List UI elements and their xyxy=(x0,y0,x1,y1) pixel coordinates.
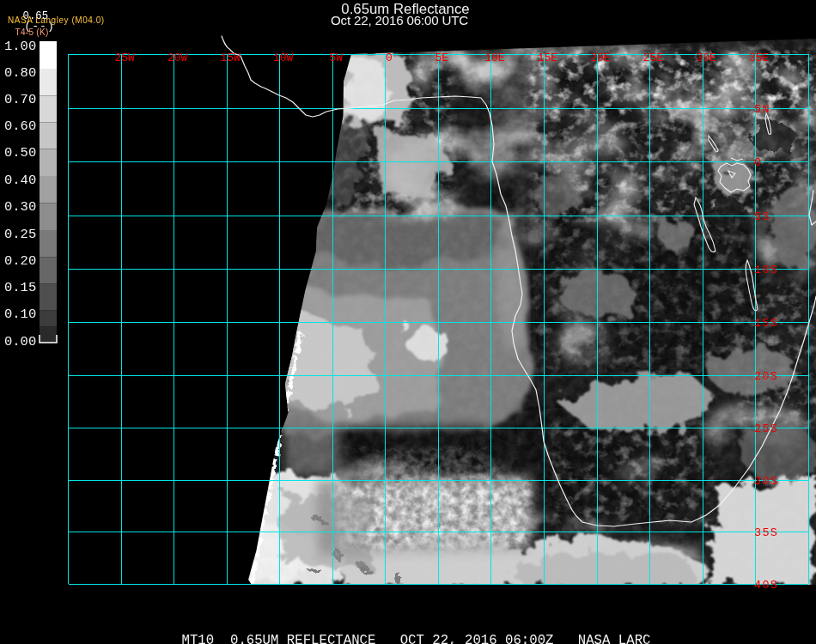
svg-text:40S: 40S xyxy=(754,579,778,592)
svg-text:T4-5 (K): T4-5 (K) xyxy=(15,27,49,37)
svg-text:10E: 10E xyxy=(484,52,505,64)
svg-text:25S: 25S xyxy=(754,422,778,435)
svg-text:1.00: 1.00 xyxy=(4,39,36,54)
svg-text:0.30: 0.30 xyxy=(4,199,36,215)
svg-text:0: 0 xyxy=(754,156,762,169)
svg-text:0.25: 0.25 xyxy=(4,227,36,242)
svg-text:0.80: 0.80 xyxy=(4,65,36,81)
svg-text:10S: 10S xyxy=(754,264,778,276)
svg-text:10W: 10W xyxy=(273,52,294,64)
svg-text:5N: 5N xyxy=(754,103,770,116)
svg-text:15S: 15S xyxy=(754,317,778,330)
svg-text:20E: 20E xyxy=(590,52,611,64)
svg-text:5S: 5S xyxy=(754,210,770,223)
svg-text:0.70: 0.70 xyxy=(4,92,36,107)
svg-text:Oct 22, 2016 06:00 UTC: Oct 22, 2016 06:00 UTC xyxy=(331,13,468,27)
svg-text:30S: 30S xyxy=(754,475,778,488)
svg-text:20W: 20W xyxy=(167,52,188,64)
svg-text:0: 0 xyxy=(386,52,393,64)
svg-text:25W: 25W xyxy=(114,52,135,64)
svg-text:0.10: 0.10 xyxy=(4,307,36,322)
svg-text:20S: 20S xyxy=(754,370,778,383)
svg-text:15E: 15E xyxy=(538,52,558,64)
svg-text:0.20: 0.20 xyxy=(4,253,36,269)
svg-text:5E: 5E xyxy=(435,52,448,64)
svg-text:0.50: 0.50 xyxy=(4,145,36,161)
svg-text:35S: 35S xyxy=(754,526,778,539)
svg-text:15W: 15W xyxy=(220,52,241,64)
svg-text:0.60: 0.60 xyxy=(4,118,36,134)
svg-text:0.15: 0.15 xyxy=(4,280,36,295)
svg-text:0.00: 0.00 xyxy=(4,334,36,349)
svg-text:NASA Langley (M04.0): NASA Langley (M04.0) xyxy=(8,15,105,25)
svg-text:5W: 5W xyxy=(329,52,343,64)
svg-text:0.40: 0.40 xyxy=(4,173,36,188)
svg-text:25E: 25E xyxy=(643,52,664,64)
svg-text:30E: 30E xyxy=(696,52,716,64)
svg-text:MT10 0.65UM REFLECTANCE OCT: MT10 0.65UM REFLECTANCE OCT 22, 2016 06:… xyxy=(181,633,650,644)
svg-text:35E: 35E xyxy=(749,52,770,64)
